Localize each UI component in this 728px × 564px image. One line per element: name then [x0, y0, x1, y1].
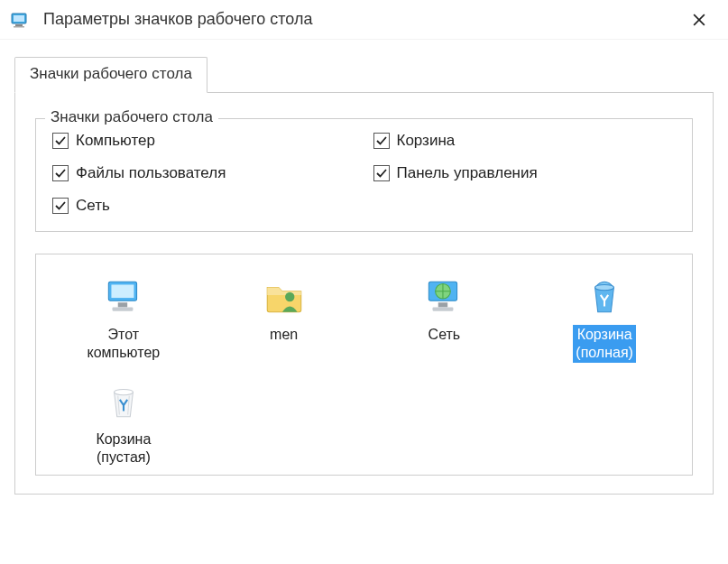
recycle-bin-empty-icon	[101, 379, 146, 424]
client-area: Значки рабочего стола Значки рабочего ст…	[0, 40, 728, 495]
tabstrip: Значки рабочего стола	[14, 56, 714, 93]
icon-item-user-folder[interactable]: men	[221, 269, 347, 366]
titlebar: Параметры значков рабочего стола	[0, 0, 728, 40]
close-button[interactable]	[679, 0, 719, 40]
icon-item-network[interactable]: Сеть	[381, 269, 507, 366]
checkbox-computer[interactable]: Компьютер	[52, 132, 355, 150]
checkbox-control-panel[interactable]: Панель управления	[373, 164, 677, 182]
checkbox-label: Корзина	[397, 132, 456, 150]
icon-label: Корзина (пустая)	[93, 430, 153, 467]
svg-rect-13	[438, 302, 447, 307]
svg-rect-1	[14, 15, 24, 22]
checkmark-icon	[373, 133, 390, 149]
network-icon	[421, 274, 466, 319]
svg-point-15	[595, 284, 614, 290]
checkbox-label: Компьютер	[76, 132, 155, 150]
computer-icon	[101, 274, 146, 319]
svg-point-16	[114, 389, 133, 394]
checkmark-icon	[373, 165, 390, 181]
icon-preview-box: Этот компьютер men	[35, 254, 693, 476]
svg-rect-2	[15, 24, 23, 26]
checkbox-label: Файлы пользователя	[76, 164, 226, 182]
user-folder-icon	[262, 274, 307, 319]
group-legend: Значки рабочего стола	[45, 108, 218, 126]
icon-item-recycle-full[interactable]: Корзина (полная)	[541, 269, 668, 366]
checkbox-user-files[interactable]: Файлы пользователя	[52, 164, 355, 182]
icon-label: men	[267, 325, 300, 345]
icon-label: Корзина (полная)	[573, 325, 636, 363]
recycle-bin-full-icon	[582, 274, 627, 319]
tab-desktop-icons[interactable]: Значки рабочего стола	[14, 57, 207, 93]
svg-rect-7	[111, 284, 134, 298]
svg-point-10	[285, 292, 294, 301]
app-icon	[9, 9, 31, 31]
svg-rect-3	[14, 26, 24, 28]
checkmark-icon	[52, 133, 69, 149]
icon-item-recycle-empty[interactable]: Корзина (пустая)	[60, 374, 187, 471]
tab-label: Значки рабочего стола	[30, 65, 192, 82]
group-desktop-icons: Значки рабочего стола Компьютер Корзина	[35, 118, 693, 232]
icon-label: Сеть	[426, 325, 464, 345]
icon-label: Этот компьютер	[85, 325, 163, 363]
checkbox-network[interactable]: Сеть	[52, 197, 355, 215]
tab-panel: Значки рабочего стола Компьютер Корзина	[14, 93, 714, 495]
svg-rect-8	[118, 302, 127, 307]
checkbox-recycle-bin[interactable]: Корзина	[373, 132, 677, 150]
svg-rect-14	[433, 307, 454, 310]
checkbox-label: Сеть	[76, 197, 110, 215]
checkbox-label: Панель управления	[397, 164, 538, 182]
checkmark-icon	[52, 198, 69, 214]
svg-rect-9	[112, 307, 133, 310]
window-title: Параметры значков рабочего стола	[43, 10, 679, 29]
icon-item-this-pc[interactable]: Этот компьютер	[60, 269, 187, 366]
checkmark-icon	[52, 165, 69, 181]
